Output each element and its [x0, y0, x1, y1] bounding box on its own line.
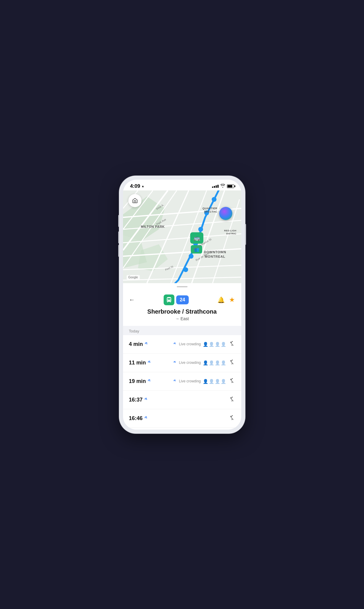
departure-time: 11 min: [129, 360, 152, 366]
departures-list: 4 min Live crowding👤👤👤👤 11 min Live crow…: [123, 335, 241, 430]
time-value: 16:46: [129, 415, 143, 422]
live-signal-icon: [148, 379, 152, 383]
svg-point-17: [198, 227, 203, 232]
status-bar: 4:09 ▲: [123, 180, 241, 190]
map-svg: 🚌 👥: [123, 190, 241, 283]
signal-icon: [212, 185, 219, 188]
header-icons: 🔔 ★: [217, 296, 235, 304]
time-value: 11 min: [129, 360, 146, 366]
departure-row[interactable]: 11 min Live crowding👤👤👤👤: [123, 354, 241, 372]
crowding-people-icons: 👤👤👤👤: [203, 361, 226, 365]
bell-button[interactable]: 🔔: [217, 296, 225, 303]
time-value: 16:37: [129, 397, 143, 403]
phone-screen: 4:09 ▲: [123, 180, 241, 430]
svg-point-15: [212, 197, 216, 202]
drag-handle[interactable]: [177, 286, 188, 287]
stop-name: Sherbrooke / Strathcona: [129, 308, 235, 315]
live-signal-icon: [148, 361, 152, 365]
favorite-button[interactable]: ★: [229, 296, 235, 304]
svg-point-30: [232, 359, 233, 360]
bus-icon: [166, 297, 172, 303]
bus-type-badge: [164, 294, 174, 305]
live-signal-icon: [145, 398, 149, 402]
person-icon-3: 👤: [221, 379, 226, 384]
departure-time: 19 min: [129, 378, 152, 384]
wheelchair-icon: [229, 396, 235, 404]
departure-time: 16:37: [129, 397, 149, 403]
departure-row[interactable]: 16:46: [123, 409, 241, 428]
live-signal-icon: [145, 416, 149, 420]
svg-point-28: [149, 362, 150, 363]
live-crowding: Live crowding👤👤👤👤: [173, 361, 226, 365]
location-arrow-icon: ▲: [142, 184, 145, 188]
battery-icon: [227, 184, 234, 188]
svg-point-35: [232, 396, 233, 397]
wifi-icon: [220, 184, 225, 188]
wheelchair-icon: [229, 359, 235, 367]
home-button[interactable]: [128, 194, 142, 207]
back-button[interactable]: ←: [129, 296, 135, 303]
crowding-signal-icon: [173, 361, 177, 365]
departure-row[interactable]: 19 min Live crowding👤👤👤👤: [123, 372, 241, 391]
drag-handle-container: [123, 283, 241, 290]
svg-point-19: [189, 254, 193, 259]
svg-point-26: [175, 344, 176, 344]
departure-time: 16:46: [129, 415, 149, 422]
direction-text: East: [180, 316, 189, 321]
redlight-label: RED-LIGHDISTRIC: [224, 229, 236, 236]
live-crowding: Live crowding👤👤👤👤: [173, 379, 226, 384]
svg-point-34: [146, 399, 147, 400]
milton-park-label: MILTON PARK: [141, 225, 165, 228]
person-icon-1: 👤: [209, 379, 214, 384]
departure-row[interactable]: 4 min Live crowding👤👤👤👤: [123, 335, 241, 354]
svg-point-32: [175, 381, 176, 381]
route-direction: → East: [129, 316, 235, 321]
departure-row[interactable]: 16:55: [123, 428, 241, 430]
time-value: 4 min: [129, 341, 143, 347]
person-icon-2: 👤: [215, 361, 220, 365]
svg-point-25: [146, 344, 147, 344]
crowding-people-icons: 👤👤👤👤: [203, 379, 226, 384]
crowding-label: Live crowding: [179, 379, 201, 383]
svg-point-36: [146, 418, 147, 419]
svg-point-33: [232, 378, 233, 379]
crowding-signal-icon: [173, 379, 177, 383]
svg-point-20: [183, 267, 188, 272]
direction-arrow: →: [175, 316, 179, 321]
route-header-top: ← 24 🔔 ★: [129, 294, 235, 305]
map-area[interactable]: 🚌 👥 MILTON PARK QUARTIERSPECTAC RED-LIGH…: [123, 190, 241, 283]
person-icon-3: 👤: [221, 342, 226, 347]
svg-point-37: [232, 415, 233, 416]
svg-point-31: [149, 381, 150, 381]
crowding-signal-icon: [173, 342, 177, 346]
person-icon-2: 👤: [215, 342, 220, 347]
departure-right: [229, 415, 235, 422]
bottom-sheet: ← 24 🔔 ★ Sherbrooke / Strath: [123, 283, 241, 430]
svg-text:🚌: 🚌: [193, 235, 200, 241]
section-today: Today: [123, 326, 241, 335]
person-icon-2: 👤: [215, 379, 220, 384]
route-number-badge: 24: [176, 295, 189, 304]
crowding-label: Live crowding: [179, 361, 201, 365]
departure-row[interactable]: 16:37: [123, 391, 241, 409]
crowding-label: Live crowding: [179, 342, 201, 346]
svg-point-27: [232, 341, 233, 342]
time-value: 19 min: [129, 378, 146, 384]
quartier-label: QUARTIERSPECTAC: [202, 207, 217, 214]
siri-icon[interactable]: [219, 207, 232, 220]
svg-point-29: [175, 362, 176, 363]
wheelchair-icon: [229, 341, 235, 348]
crowding-people-icons: 👤👤👤👤: [203, 342, 226, 347]
live-signal-icon: [145, 342, 149, 346]
google-logo: Google: [127, 275, 140, 280]
route-header: ← 24 🔔 ★ Sherbrooke / Strath: [123, 290, 241, 326]
phone-frame: 4:09 ▲: [119, 176, 245, 433]
route-badges: 24: [164, 294, 189, 305]
person-icon-1: 👤: [209, 342, 214, 347]
wheelchair-icon: [229, 378, 235, 385]
departure-right: Live crowding👤👤👤👤: [173, 359, 235, 367]
person-icon-0: 👤: [203, 361, 208, 365]
wheelchair-icon: [229, 415, 235, 422]
person-icon-3: 👤: [221, 361, 226, 365]
status-time: 4:09 ▲: [130, 183, 145, 189]
